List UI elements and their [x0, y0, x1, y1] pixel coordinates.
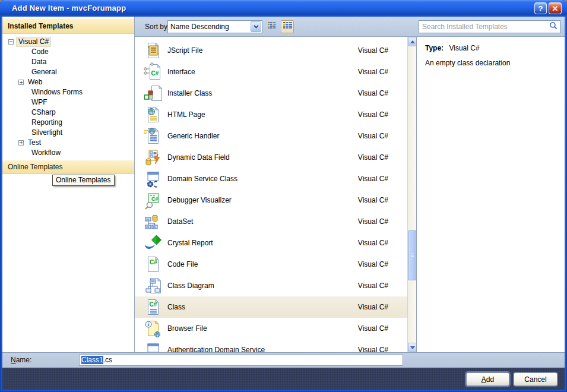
template-name: HTML Page — [167, 110, 205, 119]
template-description: An empty class declaration — [425, 59, 565, 67]
search-icon[interactable] — [549, 21, 558, 32]
tree-item-wpf[interactable]: WPF — [2, 97, 134, 108]
template-category: Visual C# — [358, 346, 388, 352]
template-category: Visual C# — [358, 260, 388, 268]
search-box — [419, 20, 560, 33]
title-bar[interactable]: Add New Item - mvcForumapp ? ✕ — [0, 0, 567, 17]
name-extension: .cs — [103, 356, 112, 364]
template-name: DataSet — [167, 217, 193, 226]
template-category: Visual C# — [358, 239, 388, 247]
template-name: Class — [167, 303, 185, 311]
installed-templates-header[interactable]: Installed Templates — [2, 18, 134, 34]
list-item-code-file[interactable]: C#Code FileVisual C# — [135, 254, 407, 275]
tree-item-csharp[interactable]: CSharp — [2, 108, 134, 118]
debugger-visualizer-icon: C# — [144, 191, 163, 210]
help-button[interactable]: ? — [534, 2, 547, 14]
class-diagram-icon — [144, 276, 163, 295]
footer-bar: Add Cancel — [2, 368, 565, 390]
sort-by-label: Sort by: — [145, 23, 169, 31]
close-button[interactable]: ✕ — [549, 2, 562, 14]
template-category: Visual C# — [358, 282, 388, 290]
name-input[interactable]: Class1.cs — [79, 355, 403, 366]
crystal-report-icon — [144, 233, 163, 252]
chevron-down-icon — [251, 21, 261, 32]
cancel-button[interactable]: Cancel — [514, 372, 558, 386]
window-title: Add New Item - mvcForumapp — [12, 4, 126, 12]
list-item-html-page[interactable]: HTML PageVisual C# — [135, 104, 407, 125]
list-item-debugger-visualizer[interactable]: C#Debugger VisualizerVisual C# — [135, 189, 407, 211]
template-name: Generic Handler — [167, 132, 219, 140]
scrollbar-thumb[interactable] — [408, 230, 417, 280]
tree-item-web[interactable]: Web — [2, 77, 134, 87]
list-item-generic-handler[interactable]: Generic HandlerVisual C# — [135, 125, 407, 147]
template-details-panel: Type: Visual C# An empty class declarati… — [416, 37, 565, 352]
list-scrollbar[interactable] — [407, 37, 416, 352]
template-category: Visual C# — [358, 175, 388, 183]
tree-expander-plus-icon[interactable] — [18, 140, 24, 146]
tree-item-reporting[interactable]: Reporting — [2, 118, 134, 128]
tree-item-visual-c-[interactable]: Visual C# — [2, 37, 134, 47]
search-input[interactable] — [419, 23, 549, 31]
type-label: Type: — [425, 44, 444, 52]
template-category: Visual C# — [358, 89, 388, 97]
generic-handler-icon — [144, 127, 163, 146]
tree-item-label[interactable]: Windows Forms — [30, 88, 84, 97]
template-category: Visual C# — [358, 217, 388, 226]
list-item-dataset[interactable]: xsxsxsDataSetVisual C# — [135, 211, 407, 232]
tree-item-data[interactable]: Data — [2, 57, 134, 67]
add-button[interactable]: Add — [466, 372, 509, 386]
tree-item-label[interactable]: WPF — [30, 98, 49, 107]
online-templates-header[interactable]: Online Templates — [2, 160, 134, 174]
tree-item-test[interactable]: Test — [2, 138, 134, 148]
tree-item-label[interactable]: Reporting — [30, 118, 64, 127]
template-type-line: Type: Visual C# — [425, 44, 565, 52]
class-icon: C# — [144, 298, 163, 317]
list-item-domain-service-class[interactable]: Domain Service ClassVisual C# — [135, 168, 407, 189]
dialog-content: Installed Templates Visual C#CodeDataGen… — [2, 17, 565, 390]
list-item-crystal-report[interactable]: Crystal ReportVisual C# — [135, 232, 407, 254]
tree-item-label[interactable]: General — [30, 68, 59, 77]
list-item-dynamic-data-field[interactable]: Dynamic Data FieldVisual C# — [135, 147, 407, 168]
tree-item-general[interactable]: General — [2, 67, 134, 77]
list-item-jscript-file[interactable]: JScript FileVisual C# — [135, 40, 407, 61]
interface-icon: C# — [144, 62, 163, 81]
sort-dropdown[interactable]: Name Descending — [167, 20, 262, 33]
tree-item-label[interactable]: Code — [30, 48, 50, 56]
template-name: Class Diagram — [167, 282, 214, 290]
template-category: Visual C# — [358, 132, 388, 140]
sort-dropdown-value: Name Descending — [168, 23, 250, 31]
list-item-browser-file[interactable]: iBrowser FileVisual C# — [135, 318, 407, 339]
small-icons-view-button[interactable] — [265, 20, 278, 33]
template-category: Visual C# — [358, 46, 388, 55]
tree-item-label[interactable]: Workflow — [30, 148, 62, 157]
tree-expander-plus-icon[interactable] — [18, 80, 24, 85]
tree-item-windows-forms[interactable]: Windows Forms — [2, 87, 134, 97]
medium-icons-view-button[interactable] — [281, 20, 294, 33]
list-item-class[interactable]: C#ClassVisual C# — [135, 296, 407, 318]
list-item-interface[interactable]: C#InterfaceVisual C# — [135, 61, 407, 83]
svg-text:xs: xs — [147, 218, 150, 221]
list-toolbar: Sort by: Name Descending — [134, 17, 565, 37]
close-icon: ✕ — [552, 4, 559, 13]
template-category: Visual C# — [358, 110, 388, 119]
domain-service-class-icon — [144, 169, 163, 188]
tree-item-label[interactable]: Test — [26, 138, 43, 147]
list-item-installer-class[interactable]: Installer ClassVisual C# — [135, 83, 407, 104]
scrollbar-up-icon[interactable] — [408, 37, 417, 46]
template-name: Interface — [167, 68, 195, 76]
svg-text:C#: C# — [150, 301, 157, 308]
tree-item-silverlight[interactable]: Silverlight — [2, 128, 134, 138]
list-item-authentication-domain-service[interactable]: Authentication Domain ServiceVisual C# — [135, 339, 407, 352]
tree-item-label[interactable]: Data — [30, 58, 48, 67]
tree-item-code[interactable]: Code — [2, 47, 134, 57]
tree-expander-minus-icon[interactable] — [8, 39, 14, 45]
tree-item-workflow[interactable]: Workflow — [2, 148, 134, 158]
scrollbar-down-icon[interactable] — [408, 343, 417, 352]
tree-item-label[interactable]: Silverlight — [30, 128, 64, 137]
list-item-class-diagram[interactable]: Class DiagramVisual C# — [135, 275, 407, 296]
svg-text:C#: C# — [151, 70, 159, 77]
tree-item-label[interactable]: Visual C# — [16, 37, 51, 47]
template-category: Visual C# — [358, 68, 388, 76]
tree-item-label[interactable]: CSharp — [30, 108, 58, 117]
tree-item-label[interactable]: Web — [26, 78, 44, 87]
